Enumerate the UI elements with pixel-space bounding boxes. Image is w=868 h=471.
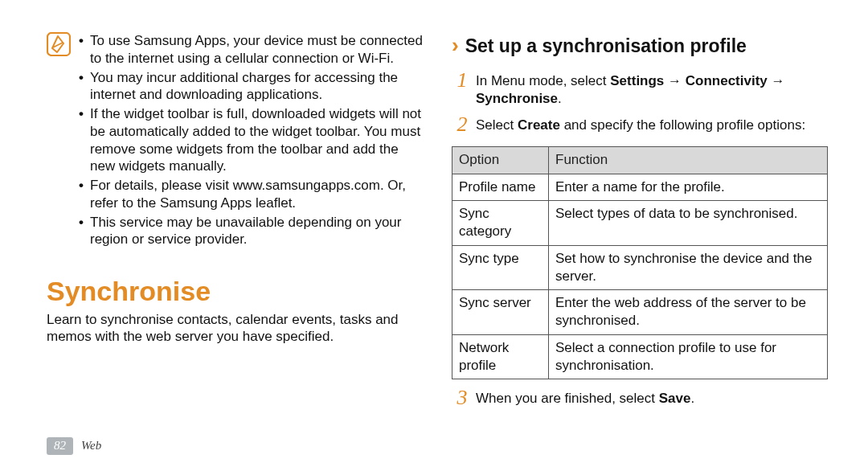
page: • To use Samsung Apps, your device must … [0, 0, 868, 471]
step-3: 3 When you are finished, select Save. [452, 387, 828, 408]
function-cell: Enter the web address of the server to b… [549, 290, 828, 335]
note-text: You may incur additional charges for acc… [90, 69, 423, 104]
step-number: 2 [452, 114, 476, 135]
right-column: › Set up a synchronisation profile 1 In … [452, 32, 828, 455]
synchronise-intro: Learn to synchronise contacts, calendar … [47, 311, 423, 346]
step-text: Select [476, 117, 518, 133]
note-bullet-list: • To use Samsung Apps, your device must … [79, 32, 423, 250]
bold-text: Create [518, 117, 560, 133]
note-text: To use Samsung Apps, your device must be… [90, 32, 423, 68]
section-name: Web [81, 438, 101, 453]
option-cell: Sync type [452, 245, 549, 290]
note-text: If the widget toolbar is full, downloade… [90, 105, 423, 175]
options-table: Option Function Profile name Enter a nam… [452, 146, 828, 380]
note-block: • To use Samsung Apps, your device must … [47, 32, 423, 250]
step-body: In Menu mode, select Settings → Connecti… [476, 70, 828, 108]
bold-text: Settings [610, 73, 664, 88]
bullet-dot: • [79, 214, 90, 249]
table-row: Network profile Select a connection prof… [452, 334, 828, 379]
table-row: Sync category Select types of data to be… [452, 201, 828, 246]
table-header-function: Function [549, 146, 828, 174]
bold-text: Synchronise [476, 91, 558, 106]
table-header-option: Option [452, 146, 549, 174]
arrow-text: → [664, 73, 685, 88]
option-cell: Profile name [452, 174, 549, 201]
note-text: This service may be unavailable dependin… [90, 214, 423, 249]
synchronise-heading: Synchronise [47, 274, 423, 309]
bullet-dot: • [79, 32, 90, 68]
step-body: When you are finished, select Save. [476, 387, 828, 408]
arrow-text: → [768, 73, 785, 88]
bullet-dot: • [79, 177, 90, 212]
step-body: Select Create and specify the following … [476, 114, 828, 135]
step-number: 3 [452, 387, 476, 408]
step-text: When you are finished, select [476, 391, 659, 406]
function-cell: Select a connection profile to use for s… [549, 334, 828, 379]
table-row: Sync server Enter the web address of the… [452, 290, 828, 335]
option-cell: Sync server [452, 290, 549, 335]
step-1: 1 In Menu mode, select Settings → Connec… [452, 70, 828, 108]
note-text: For details, please visit www.samsungapp… [90, 177, 423, 212]
note-bullet: • If the widget toolbar is full, downloa… [79, 105, 423, 175]
step-2: 2 Select Create and specify the followin… [452, 114, 828, 135]
bullet-dot: • [79, 105, 90, 175]
left-column: • To use Samsung Apps, your device must … [47, 32, 423, 455]
function-cell: Enter a name for the profile. [549, 174, 828, 201]
table-row: Sync type Set how to synchronise the dev… [452, 245, 828, 290]
page-number: 82 [47, 437, 73, 455]
table-header-row: Option Function [452, 146, 828, 174]
step-number: 1 [452, 70, 476, 108]
subsection-title: Set up a synchronisation profile [465, 35, 747, 58]
function-cell: Set how to synchronise the device and th… [549, 245, 828, 290]
bold-text: Save [659, 391, 691, 406]
chevron-icon: › [452, 32, 457, 59]
step-text: In Menu mode, select [476, 73, 610, 88]
step-text: . [690, 391, 694, 406]
table-row: Profile name Enter a name for the profil… [452, 174, 828, 201]
note-bullet: • For details, please visit www.samsunga… [79, 177, 423, 212]
option-cell: Sync category [452, 201, 549, 246]
subsection-heading: › Set up a synchronisation profile [452, 32, 828, 59]
page-footer: 82 Web [47, 437, 101, 455]
note-bullet: • To use Samsung Apps, your device must … [79, 32, 423, 68]
bold-text: Connectivity [686, 73, 768, 88]
step-text: . [558, 91, 562, 106]
bullet-dot: • [79, 69, 90, 104]
option-cell: Network profile [452, 334, 549, 379]
note-bullet: • This service may be unavailable depend… [79, 214, 423, 249]
note-bullet: • You may incur additional charges for a… [79, 69, 423, 104]
note-icon [47, 32, 79, 250]
step-text: and specify the following profile option… [560, 117, 805, 133]
function-cell: Select types of data to be synchronised. [549, 201, 828, 246]
